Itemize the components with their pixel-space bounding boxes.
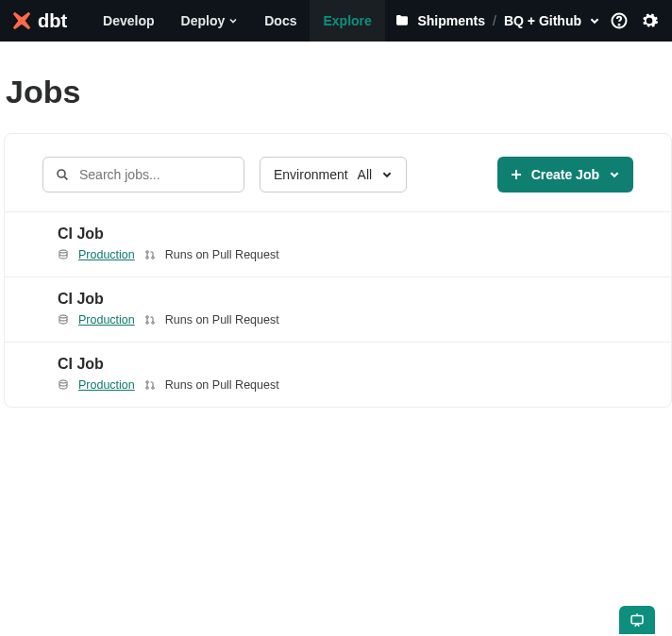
- chevron-down-icon: [228, 16, 238, 25]
- page-title: Jobs: [0, 42, 672, 129]
- svg-point-7: [59, 315, 67, 318]
- plus-icon: [511, 169, 522, 180]
- job-trigger: Runs on Pull Request: [165, 313, 279, 326]
- svg-point-12: [146, 381, 149, 384]
- svg-point-2: [58, 170, 65, 177]
- database-icon: [58, 249, 69, 260]
- help-icon[interactable]: [608, 9, 630, 32]
- create-job-label: Create Job: [531, 167, 599, 182]
- pull-request-icon: [144, 379, 156, 391]
- svg-point-6: [152, 257, 155, 259]
- svg-point-9: [146, 322, 149, 325]
- job-env-link[interactable]: Production: [78, 378, 135, 392]
- chevron-down-icon: [609, 169, 620, 180]
- job-trigger: Runs on Pull Request: [165, 248, 279, 261]
- env-filter-value: All: [358, 167, 373, 182]
- dbt-logo-icon: [11, 10, 32, 31]
- job-env-link[interactable]: Production: [78, 313, 135, 326]
- pull-request-icon: [144, 249, 156, 260]
- job-name: CI Job: [58, 226, 633, 243]
- pull-request-icon: [144, 314, 156, 326]
- search-icon: [55, 167, 70, 182]
- svg-point-5: [146, 257, 149, 259]
- job-meta: Production Runs on Pull Request: [58, 313, 633, 326]
- chevron-down-icon: [381, 169, 393, 180]
- project-name: Shipments: [417, 13, 485, 28]
- svg-point-1: [619, 25, 620, 25]
- separator: /: [493, 13, 496, 28]
- svg-point-13: [146, 387, 149, 390]
- database-icon: [58, 379, 69, 391]
- svg-point-3: [59, 250, 67, 253]
- env-filter-label: Environment: [274, 167, 348, 182]
- job-env-link[interactable]: Production: [78, 248, 135, 261]
- job-meta: Production Runs on Pull Request: [58, 248, 633, 261]
- nav-explore[interactable]: Explore: [310, 0, 384, 42]
- search-input[interactable]: [79, 167, 244, 182]
- topbar: dbt Develop Deploy Docs Explore Shipment…: [0, 0, 672, 42]
- nav-docs-label: Docs: [264, 13, 296, 28]
- main-nav: Develop Deploy Docs Explore: [90, 0, 385, 42]
- svg-point-10: [152, 322, 155, 325]
- gear-icon[interactable]: [638, 9, 661, 32]
- svg-point-11: [59, 380, 67, 383]
- job-row[interactable]: CI Job Production Runs on Pull Request: [5, 276, 671, 342]
- nav-deploy[interactable]: Deploy: [168, 0, 252, 42]
- project-selector[interactable]: Shipments / BQ + Github: [395, 13, 600, 28]
- job-list: CI Job Production Runs on Pull Request C…: [5, 211, 671, 407]
- create-job-button[interactable]: Create Job: [497, 157, 633, 192]
- svg-point-14: [152, 387, 155, 390]
- svg-point-4: [146, 251, 149, 254]
- topbar-right: Shipments / BQ + Github: [395, 9, 661, 32]
- environment-filter[interactable]: Environment All: [260, 157, 407, 192]
- chevron-down-icon: [589, 15, 600, 26]
- job-row[interactable]: CI Job Production Runs on Pull Request: [5, 342, 671, 407]
- job-name: CI Job: [58, 291, 633, 308]
- job-meta: Production Runs on Pull Request: [58, 378, 633, 392]
- nav-explore-label: Explore: [323, 13, 371, 28]
- brand-logo[interactable]: dbt: [11, 10, 67, 32]
- brand-name: dbt: [38, 10, 67, 32]
- job-row[interactable]: CI Job Production Runs on Pull Request: [5, 211, 671, 276]
- project-env: BQ + Github: [504, 13, 581, 28]
- folder-icon: [395, 13, 410, 28]
- jobs-card: Environment All Create Job CI Job Produc…: [4, 133, 672, 408]
- nav-deploy-label: Deploy: [181, 13, 226, 28]
- search-input-wrapper[interactable]: [42, 157, 244, 192]
- nav-develop[interactable]: Develop: [90, 0, 167, 42]
- job-trigger: Runs on Pull Request: [165, 378, 279, 392]
- nav-develop-label: Develop: [103, 13, 154, 28]
- svg-point-8: [146, 316, 149, 319]
- job-name: CI Job: [58, 356, 633, 373]
- nav-docs[interactable]: Docs: [251, 0, 310, 42]
- jobs-toolbar: Environment All Create Job: [5, 157, 671, 211]
- database-icon: [58, 314, 69, 326]
